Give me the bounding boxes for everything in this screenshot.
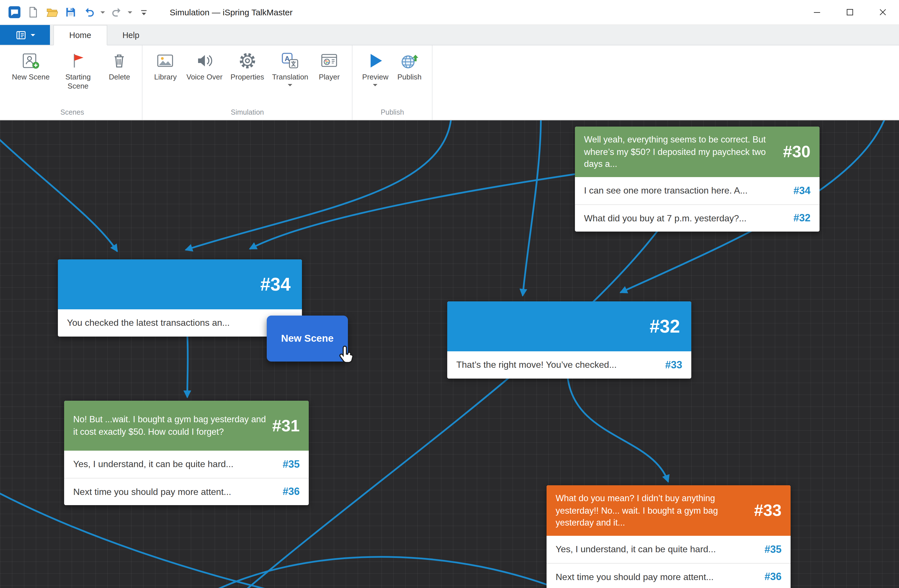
ribbon-button-label: Library — [154, 73, 177, 82]
answer-row[interactable]: You checked the latest transactions an..… — [58, 309, 302, 336]
tab-label: Help — [122, 30, 139, 39]
titlebar: Simulation — iSpring TalkMaster — [0, 0, 899, 25]
save-icon[interactable] — [63, 5, 78, 20]
svg-text:A: A — [285, 55, 290, 62]
library-picture-icon — [156, 52, 175, 70]
minimize-icon[interactable] — [800, 0, 833, 25]
ribbon: New Scene Starting Scene Delete Scenes — [0, 45, 899, 120]
answer-target-number: #32 — [794, 212, 811, 224]
undo-icon[interactable] — [82, 5, 96, 20]
redo-icon[interactable] — [109, 5, 124, 20]
ribbon-button-label: Publish — [397, 73, 422, 82]
scene-card-header[interactable]: #32 — [447, 301, 691, 351]
chevron-down-icon — [288, 84, 292, 86]
preview-button[interactable]: Preview — [358, 50, 392, 88]
translation-icon: A — [281, 52, 299, 70]
scene-card-header[interactable]: No! But ...wait. I bought a gym bag yest… — [64, 401, 309, 451]
group-label-scenes: Scenes — [8, 107, 136, 117]
scene-card-header[interactable]: What do you mean? I didn’t buy anything … — [547, 485, 791, 536]
ribbon-button-label: Player — [319, 73, 340, 82]
answer-row[interactable]: Yes, I understand, it can be quite hard.… — [547, 536, 791, 563]
starting-scene-flag-icon — [69, 52, 87, 70]
ribbon-button-label: Preview — [362, 73, 388, 82]
ribbon-button-label: Translation — [272, 73, 309, 82]
trash-icon — [110, 52, 128, 70]
answer-target-number: #34 — [794, 185, 811, 197]
tab-home[interactable]: Home — [53, 25, 107, 45]
delete-button[interactable]: Delete — [102, 50, 136, 83]
starting-scene-button[interactable]: Starting Scene — [54, 50, 102, 92]
answer-row[interactable]: That’s the right move! You’ve checked...… — [447, 351, 691, 378]
scene-number: #34 — [260, 274, 290, 295]
ribbon-button-label: Starting Scene — [58, 73, 99, 90]
answer-row[interactable]: Yes, I understand, it can be quite hard.… — [64, 451, 309, 478]
scene-question-text: What do you mean? I didn’t buy anything … — [556, 492, 754, 529]
scene-card-31[interactable]: No! But ...wait. I bought a gym bag yest… — [64, 401, 309, 505]
scene-flow-canvas[interactable]: Well yeah, everything seems to be correc… — [0, 120, 899, 588]
ribbon-button-label: New Scene — [12, 73, 49, 82]
play-icon — [366, 52, 385, 70]
ribbon-button-label: Delete — [109, 73, 130, 82]
publish-globe-icon — [400, 52, 419, 70]
app-logo-icon — [7, 5, 22, 20]
scene-card-header[interactable]: #34 — [58, 259, 302, 309]
answer-target-number: #35 — [765, 543, 782, 556]
translation-button[interactable]: A Translation — [268, 50, 312, 88]
scene-number: #32 — [650, 316, 680, 337]
scene-card-32[interactable]: #32 That’s the right move! You’ve checke… — [447, 301, 691, 378]
ribbon-button-label: Properties — [230, 73, 264, 82]
new-document-icon[interactable] — [26, 5, 40, 20]
voice-over-button[interactable]: Voice Over — [182, 50, 227, 83]
answer-target-number: #36 — [283, 486, 300, 498]
ribbon-tabstrip: Home Help — [0, 25, 899, 45]
ribbon-group-publish: Preview Publish Publish — [352, 45, 433, 120]
scene-card-30[interactable]: Well yeah, everything seems to be correc… — [575, 127, 820, 231]
scene-question-text: No! But ...wait. I bought a gym bag yest… — [73, 414, 272, 438]
chevron-down-icon — [30, 34, 35, 36]
answer-target-number: #35 — [283, 458, 300, 470]
speaker-icon — [196, 52, 214, 70]
answer-text: You checked the latest transactions an..… — [67, 318, 286, 328]
app-menu-button[interactable] — [0, 25, 50, 45]
new-scene-icon — [22, 52, 40, 70]
undo-dropdown-icon[interactable] — [100, 11, 105, 13]
new-scene-ribbon-button[interactable]: New Scene — [8, 50, 54, 83]
scene-card-header[interactable]: Well yeah, everything seems to be correc… — [575, 127, 820, 177]
chevron-down-icon — [373, 84, 378, 86]
group-label-publish: Publish — [358, 107, 426, 117]
new-scene-floating-button[interactable]: New Scene — [267, 316, 348, 361]
answer-text: Yes, I understand, it can be quite hard.… — [73, 459, 276, 469]
ribbon-group-scenes: New Scene Starting Scene Delete Scenes — [2, 45, 143, 120]
answer-row[interactable]: What did you buy at 7 p.m. yesterday?...… — [575, 204, 820, 231]
player-button[interactable]: Player — [312, 50, 346, 83]
answer-row[interactable]: Next time you should pay more attent... … — [64, 478, 309, 505]
answer-text: That’s the right move! You’ve checked... — [456, 360, 658, 370]
scene-question-text: Well yeah, everything seems to be correc… — [584, 133, 783, 170]
answer-target-number: #33 — [665, 359, 682, 371]
answer-text: Next time you should pay more attent... — [73, 487, 276, 497]
ribbon-group-simulation: Library Voice Over Properties A — [143, 45, 352, 120]
scene-number: #33 — [754, 501, 782, 520]
scene-card-33[interactable]: What do you mean? I didn’t buy anything … — [547, 485, 791, 588]
answer-text: Yes, I understand, it can be quite hard.… — [556, 544, 758, 554]
tab-help[interactable]: Help — [107, 25, 154, 45]
scene-card-34[interactable]: #34 You checked the latest transactions … — [58, 259, 302, 336]
open-icon[interactable] — [44, 5, 59, 20]
maximize-icon[interactable] — [833, 0, 866, 25]
new-scene-floating-label: New Scene — [281, 333, 334, 344]
answer-text: Next time you should pay more attent... — [556, 572, 758, 582]
answer-row[interactable]: I can see one more transaction here. A..… — [575, 177, 820, 204]
library-button[interactable]: Library — [148, 50, 182, 83]
panel-list-icon — [15, 29, 26, 40]
scene-number: #31 — [272, 416, 300, 435]
properties-button[interactable]: Properties — [227, 50, 268, 83]
close-icon[interactable] — [866, 0, 899, 25]
publish-button[interactable]: Publish — [392, 50, 426, 83]
customize-quick-access-icon[interactable] — [136, 5, 151, 20]
tab-label: Home — [69, 31, 91, 40]
redo-dropdown-icon[interactable] — [128, 11, 132, 13]
answer-text: I can see one more transaction here. A..… — [584, 185, 786, 196]
answer-row[interactable]: Next time you should pay more attent... … — [547, 563, 791, 588]
player-window-icon — [320, 52, 338, 70]
scene-number: #30 — [783, 142, 811, 161]
